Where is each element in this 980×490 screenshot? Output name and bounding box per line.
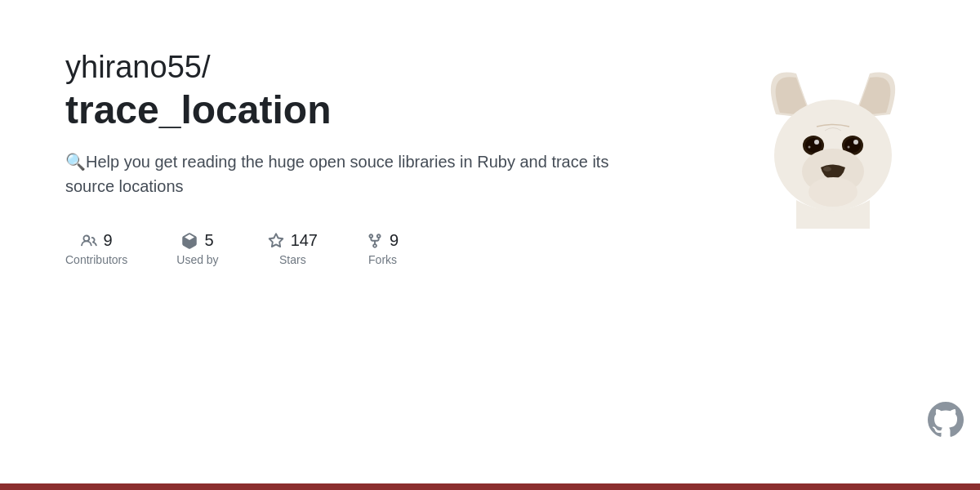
svg-point-5 — [808, 146, 811, 149]
dog-avatar — [751, 49, 915, 229]
svg-point-11 — [823, 167, 831, 172]
magnifier-emoji: 🔍 — [65, 153, 86, 171]
repo-owner: yhirano55/ — [65, 49, 735, 87]
contributors-label: Contributors — [65, 253, 127, 266]
stats-row: 9 Contributors 5 Used by — [65, 231, 735, 266]
fork-icon — [367, 233, 383, 249]
svg-point-12 — [808, 177, 858, 207]
github-icon-area[interactable] — [928, 402, 964, 441]
github-icon — [928, 402, 964, 438]
dog-svg — [751, 49, 915, 229]
stat-forks[interactable]: 9 Forks — [367, 231, 399, 266]
forks-label: Forks — [368, 253, 397, 266]
svg-point-7 — [844, 138, 861, 153]
repo-title: yhirano55/ trace_location — [65, 49, 735, 133]
right-section — [735, 49, 915, 425]
package-icon — [181, 233, 198, 249]
stars-label: Stars — [279, 253, 306, 266]
stat-contributors[interactable]: 9 Contributors — [65, 231, 127, 266]
stat-contributors-top: 9 — [81, 231, 113, 250]
used-by-label: Used by — [176, 253, 218, 266]
used-by-number: 5 — [204, 231, 213, 250]
description-text: Help you get reading the huge open souce… — [65, 153, 608, 195]
stat-stars[interactable]: 147 Stars — [268, 231, 318, 266]
main-content: yhirano55/ trace_location 🔍Help you get … — [0, 0, 980, 457]
forks-number: 9 — [390, 231, 399, 250]
stat-stars-top: 147 — [268, 231, 318, 250]
svg-point-4 — [814, 140, 819, 145]
left-section: yhirano55/ trace_location 🔍Help you get … — [65, 49, 735, 425]
stat-forks-top: 9 — [367, 231, 399, 250]
repo-description: 🔍Help you get reading the huge open souc… — [65, 149, 621, 198]
svg-point-9 — [848, 146, 850, 149]
svg-point-8 — [853, 140, 858, 145]
star-icon — [268, 233, 284, 249]
repo-name: trace_location — [65, 87, 735, 134]
stat-used-by-top: 5 — [181, 231, 213, 250]
contributors-number: 9 — [104, 231, 113, 250]
people-icon — [81, 233, 97, 249]
stars-number: 147 — [291, 231, 318, 250]
stat-used-by[interactable]: 5 Used by — [176, 231, 218, 266]
bottom-bar — [0, 483, 980, 490]
svg-point-3 — [805, 138, 822, 153]
